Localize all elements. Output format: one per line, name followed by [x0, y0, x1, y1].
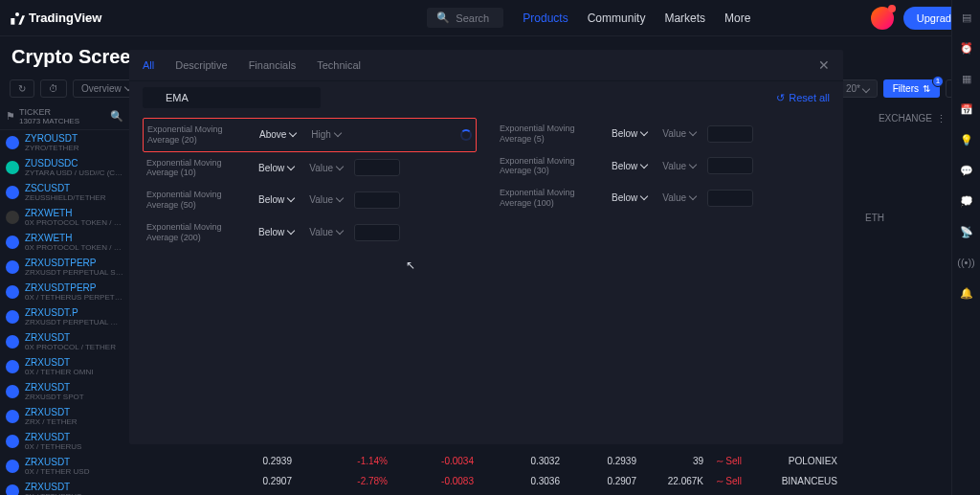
tab-technical[interactable]: Technical: [317, 59, 361, 71]
broadcast-icon[interactable]: ((•)): [959, 255, 974, 270]
search-icon[interactable]: 🔍: [110, 110, 123, 123]
filter-value-dropdown[interactable]: Value: [305, 191, 346, 208]
filter-value-dropdown[interactable]: Value: [658, 125, 700, 142]
chevron-down-icon: [689, 128, 697, 136]
cell-change-abs: -0.0083: [388, 476, 474, 486]
ticker-icon: [6, 335, 19, 349]
filter-value-dropdown[interactable]: Value: [305, 160, 346, 176]
filter-operator-dropdown[interactable]: Below: [255, 224, 298, 240]
filter-value-input[interactable]: [354, 224, 400, 241]
cell-exchange: POLONIEX: [742, 456, 837, 466]
right-rail: ▤ ⏰ ▦ 📅 💡 💬 💭 📡 ((•)) 🔔: [951, 0, 980, 495]
tab-all[interactable]: All: [143, 59, 154, 71]
stream-icon[interactable]: 📡: [959, 224, 974, 239]
filter-label: Exponential Moving Average (5): [500, 124, 600, 145]
filter-value-input[interactable]: [707, 190, 753, 207]
ticker-column-header[interactable]: ⚑ TICKER 13073 MATCHES 🔍: [0, 103, 129, 130]
filter-operator-dropdown[interactable]: Above: [256, 126, 300, 143]
ticker-row[interactable]: ZRXWETH 0X PROTOCOL TOKEN / WRAPPED ETHE: [0, 230, 129, 255]
filter-value-input[interactable]: [354, 191, 400, 209]
filter-body: Exponential Moving Average (20) Above Hi…: [129, 114, 843, 252]
filter-operator-dropdown[interactable]: Below: [608, 125, 651, 142]
ticker-row[interactable]: ZRXUSDT 0X PROTOCOL / TETHER: [0, 329, 129, 354]
nav-community[interactable]: Community: [588, 11, 646, 25]
tradingview-icon: [10, 11, 25, 26]
chevron-down-icon: [640, 128, 648, 136]
avatar[interactable]: [871, 7, 894, 30]
watchlist-icon[interactable]: ▤: [959, 10, 974, 25]
private-chat-icon[interactable]: 💭: [959, 193, 974, 209]
chevron-down-icon: [289, 129, 297, 137]
table-row[interactable]: 0.2907 -2.78% -0.0083 0.3036 0.2907 22.0…: [129, 471, 951, 491]
search-icon: 🔍: [436, 11, 450, 24]
ticker-row[interactable]: ZRXUSDT 0X / TETHERUS: [0, 479, 129, 495]
ticker-row[interactable]: ZSCUSDT ZEUSSHIELD/TETHER: [0, 180, 129, 205]
filter-value-dropdown[interactable]: Value: [658, 190, 700, 206]
filter-value-input[interactable]: [707, 157, 753, 174]
table-row[interactable]: 0.2939 -1.14% -0.0034 0.3032 0.2939 39 ∼…: [129, 451, 951, 471]
filter-operator-dropdown[interactable]: Below: [255, 191, 298, 208]
ticker-row[interactable]: ZRXUSDT ZRX / TETHER: [0, 404, 129, 429]
filter-operator-dropdown[interactable]: Below: [608, 158, 651, 174]
filter-operator-dropdown[interactable]: Below: [608, 190, 651, 206]
filter-value-input[interactable]: [354, 159, 400, 176]
tab-financials[interactable]: Financials: [249, 59, 297, 71]
cell-fragment: ETH: [865, 213, 884, 223]
ticker-description: 0X PROTOCOL TOKEN / WRAPPED ETHE: [25, 243, 123, 252]
flag-icon: ⚑: [6, 110, 15, 123]
search-placeholder: Search: [456, 12, 489, 24]
ticker-description: ZRX / TETHER: [25, 417, 123, 426]
ticker-row[interactable]: ZRXUSDT.P ZRXUSDT PERPETUAL MIX CONTRACT: [0, 304, 129, 329]
refresh-button[interactable]: ↻: [10, 79, 34, 98]
filter-value-dropdown[interactable]: Value: [658, 158, 700, 174]
chat-icon[interactable]: 💬: [959, 163, 974, 178]
auto-refresh-button[interactable]: ⏱: [40, 79, 67, 98]
ticker-icon: [6, 136, 19, 149]
global-search[interactable]: 🔍 Search: [427, 8, 503, 28]
svg-rect-0: [11, 18, 14, 25]
filters-count-badge: 1: [932, 76, 944, 87]
nav-markets[interactable]: Markets: [664, 11, 705, 25]
filters-button[interactable]: Filters ⇅ 1: [883, 79, 940, 98]
ticker-icon: [6, 236, 19, 249]
close-icon[interactable]: ✕: [818, 57, 830, 73]
filter-search-input[interactable]: [143, 87, 321, 108]
ticker-row[interactable]: ZRXUSDT 0X / TETHERUS: [0, 429, 129, 454]
cell-change-abs: -0.0034: [388, 456, 474, 466]
chevron-down-icon: [336, 194, 344, 202]
calendar-icon[interactable]: 📅: [959, 101, 974, 117]
ticker-row[interactable]: ZUSDUSDC ZYTARA USD / USD//C (CALCULATED…: [0, 155, 129, 180]
column-menu-icon[interactable]: ⋮: [936, 113, 947, 125]
exchange-column-header[interactable]: EXCHANGE: [879, 113, 932, 124]
notifications-icon[interactable]: 🔔: [959, 285, 974, 301]
filter-item: Exponential Moving Average (100) Below V…: [496, 182, 830, 214]
filter-operator-dropdown[interactable]: Below: [255, 160, 298, 176]
nav-more[interactable]: More: [724, 11, 750, 25]
filter-label: Exponential Moving Average (30): [500, 156, 600, 177]
hotlist-icon[interactable]: ▦: [959, 71, 974, 86]
ticker-row[interactable]: ZRXWETH 0X PROTOCOL TOKEN / WRAPPED ETHE: [0, 205, 129, 230]
filter-label: Exponential Moving Average (50): [146, 190, 247, 211]
ticker-row[interactable]: ZRXUSDTPERP ZRXUSDT PERPETUAL SWAP CONTR…: [0, 255, 129, 280]
reset-all-link[interactable]: ↺ Reset all: [776, 92, 830, 104]
ideas-icon[interactable]: 💡: [959, 132, 974, 147]
brand-text: TradingView: [29, 11, 101, 25]
filter-value-dropdown[interactable]: Value: [305, 224, 346, 240]
filter-item: Exponential Moving Average (5) Below Val…: [496, 118, 830, 150]
chevron-down-icon: [287, 227, 295, 235]
tab-descriptive[interactable]: Descriptive: [175, 59, 227, 71]
ticker-row[interactable]: ZRXUSDT ZRXUSDT SPOT: [0, 379, 129, 404]
filter-value-dropdown[interactable]: High: [307, 126, 345, 143]
chevron-down-icon: [336, 163, 344, 170]
ticker-row[interactable]: ZRXUSDT 0X / TETHER OMNI: [0, 354, 129, 379]
alerts-icon[interactable]: ⏰: [959, 40, 974, 56]
brand-logo[interactable]: TradingView: [10, 11, 101, 26]
ticker-description: ZYTARA USD / USD//C (CALCULATED B: [25, 169, 123, 177]
filter-value-input[interactable]: [707, 125, 753, 143]
ticker-symbol: ZRXUSDT: [25, 332, 123, 343]
ticker-row[interactable]: ZYROUSDT ZYRO/TETHER: [0, 130, 129, 155]
nav-products[interactable]: Products: [523, 11, 568, 25]
filter-left-column: Exponential Moving Average (20) Above Hi…: [143, 118, 477, 248]
ticker-row[interactable]: ZRXUSDTPERP 0X / TETHERUS PERPETUAL FUTU…: [0, 280, 129, 304]
ticker-row[interactable]: ZRXUSDT 0X / TETHER USD: [0, 454, 129, 479]
